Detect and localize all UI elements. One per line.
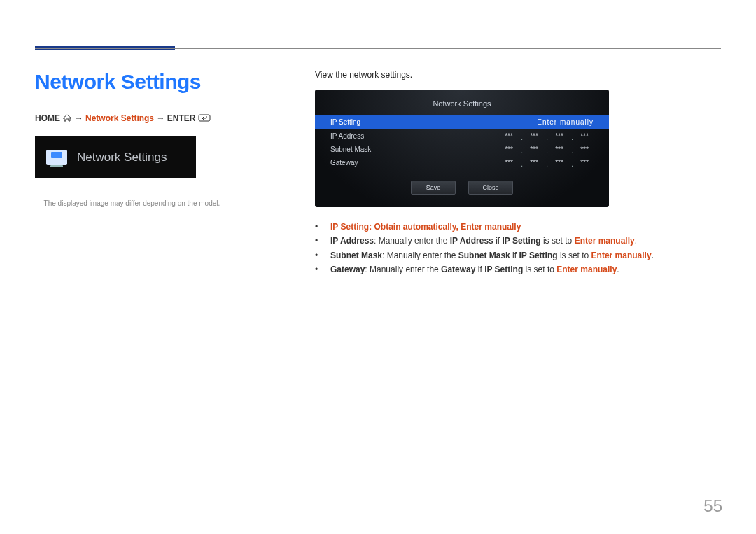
settings-panel: Network Settings IP Setting Enter manual… [315, 90, 609, 207]
page-title: Network Settings [35, 70, 287, 94]
octet: *** [525, 159, 543, 167]
octet: *** [575, 146, 594, 153]
octet: *** [525, 146, 543, 153]
gateway-row[interactable]: Gateway *** *** *** *** [315, 156, 609, 169]
left-column: Network Settings HOME → Network Settings… [35, 70, 287, 277]
ip-setting-label: IP Setting [330, 118, 411, 126]
enter-icon [198, 114, 211, 124]
octet: *** [500, 159, 518, 167]
gateway-octets: *** *** *** *** [411, 159, 594, 167]
desc-ref: Subnet Mask [458, 251, 510, 260]
row-label: IP Address [330, 132, 411, 140]
desc-label: IP Address [330, 236, 374, 246]
breadcrumb: HOME → Network Settings → ENTER [35, 113, 287, 124]
header-rule [35, 48, 721, 49]
breadcrumb-home: HOME [35, 113, 60, 123]
desc-ref: Gateway [441, 265, 475, 274]
desc-value: Enter manually [556, 265, 617, 274]
desc-label: IP Setting [330, 222, 369, 232]
bullet-icon: • [315, 234, 325, 248]
ip-setting-row[interactable]: IP Setting Enter manually [315, 115, 609, 129]
right-column: View the network settings. Network Setti… [315, 70, 721, 277]
ip-address-row[interactable]: IP Address *** *** *** *** [315, 129, 609, 143]
desc-text: . [635, 236, 637, 246]
octet: *** [500, 132, 518, 140]
desc-value: Enter manually [592, 251, 652, 260]
desc-text: : Manually enter the [365, 265, 441, 274]
list-item: • Subnet Mask: Manually enter the Subnet… [315, 248, 721, 262]
desc-ref: IP Setting [502, 236, 540, 246]
desc-ref: IP Setting [484, 265, 523, 274]
list-item: • IP Address: Manually enter the IP Addr… [315, 234, 721, 248]
page-number: 55 [704, 496, 722, 516]
octet: *** [550, 146, 568, 153]
desc-ref: IP Setting [519, 251, 557, 260]
desc-opt: Enter manually [461, 222, 521, 232]
octet: *** [525, 132, 543, 140]
breadcrumb-step: Network Settings [85, 113, 154, 123]
desc-opt: Obtain automatically [374, 222, 456, 232]
desc-text: if [493, 236, 503, 246]
thumbnail-label: Network Settings [77, 150, 167, 164]
ip-setting-value: Enter manually [411, 118, 594, 126]
desc-text: . [617, 265, 619, 274]
desc-ref: IP Address [450, 236, 493, 246]
page-content: Network Settings HOME → Network Settings… [35, 70, 721, 277]
row-label: Gateway [330, 159, 411, 167]
desc-text: is set to [523, 265, 556, 274]
save-button[interactable]: Save [411, 181, 456, 195]
desc-text: if [510, 251, 519, 260]
footnote: The displayed image may differ depending… [35, 199, 287, 207]
desc-text: is set to [541, 236, 575, 246]
close-button[interactable]: Close [468, 181, 513, 195]
desc-value: Enter manually [575, 236, 635, 246]
ip-octets: *** *** *** *** [411, 132, 594, 140]
list-item: • Gateway: Manually enter the Gateway if… [315, 262, 721, 276]
subnet-octets: *** *** *** *** [411, 146, 594, 153]
bullet-icon: • [315, 262, 325, 276]
octet: *** [575, 159, 594, 167]
desc-text: is set to [558, 251, 592, 260]
panel-buttons: Save Close [315, 181, 609, 195]
breadcrumb-arrow: → [156, 113, 164, 123]
octet: *** [550, 132, 568, 140]
home-icon [62, 114, 72, 124]
octet: *** [500, 146, 518, 153]
bullet-icon: • [315, 220, 325, 234]
breadcrumb-enter: ENTER [167, 113, 196, 123]
row-label: Subnet Mask [330, 146, 411, 153]
panel-title: Network Settings [315, 97, 609, 115]
desc-text: if [475, 265, 484, 274]
desc-text: . [652, 251, 654, 260]
intro-text: View the network settings. [315, 70, 721, 80]
desc-label: Subnet Mask [330, 251, 382, 260]
octet: *** [575, 132, 594, 140]
breadcrumb-arrow: → [75, 113, 83, 123]
desc-text: : Manually enter the [382, 251, 458, 260]
description-list: • IP Setting: Obtain automatically, Ente… [315, 220, 721, 277]
bullet-icon: • [315, 248, 325, 262]
menu-thumbnail: Network Settings [35, 136, 196, 178]
list-item: • IP Setting: Obtain automatically, Ente… [315, 220, 721, 234]
monitor-icon [46, 150, 67, 165]
octet: *** [550, 159, 568, 167]
desc-text: : Manually enter the [374, 236, 450, 246]
desc-label: Gateway [330, 265, 365, 274]
subnet-row[interactable]: Subnet Mask *** *** *** *** [315, 143, 609, 156]
